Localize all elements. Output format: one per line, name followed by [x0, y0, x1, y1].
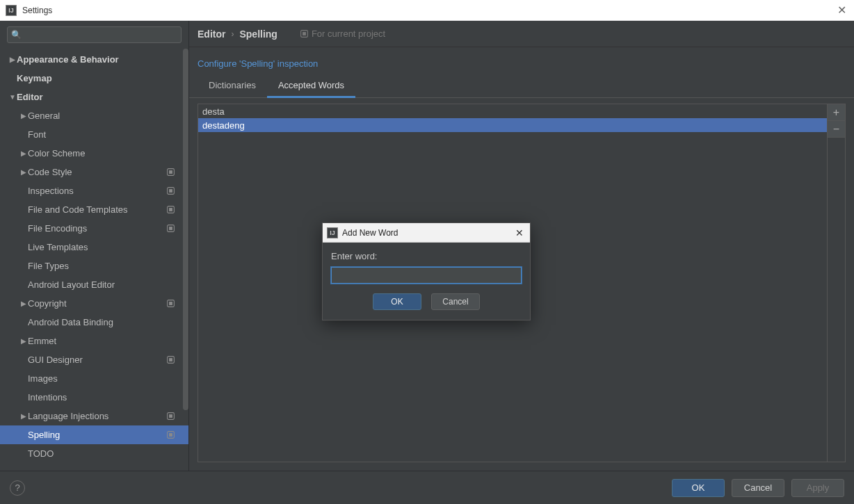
dialog-close-icon[interactable]: ✕ [513, 227, 526, 238]
cancel-button[interactable]: Cancel [732, 479, 784, 497]
app-icon: IJ [327, 227, 338, 238]
sidebar-item-intentions[interactable]: Intentions [0, 388, 188, 407]
sidebar-item-label: Keymap [17, 73, 52, 83]
sidebar-item-file-types[interactable]: File Types [0, 257, 188, 275]
dialog-title: Add New Word [342, 228, 513, 238]
list-actions: + − [827, 104, 845, 462]
project-scope-icon [300, 29, 309, 38]
sidebar-item-general[interactable]: ▶General [0, 106, 188, 125]
sidebar-item-label: Emmet [28, 336, 56, 346]
word-row[interactable]: destadeng [198, 118, 827, 132]
dialog-ok-button[interactable]: OK [373, 293, 421, 310]
settings-tree[interactable]: ▶Appearance & BehaviorKeymap▼Editor▶Gene… [0, 47, 188, 471]
expand-arrow-icon[interactable]: ▶ [15, 149, 32, 157]
project-scope-icon [166, 168, 176, 177]
add-word-dialog: IJ Add New Word ✕ Enter word: OK Cancel [322, 222, 531, 320]
sidebar-item-file-and-code-templates[interactable]: File and Code Templates [0, 200, 188, 219]
window-title: Settings [22, 6, 835, 15]
sidebar-item-label: File Encodings [28, 223, 87, 234]
project-scope-icon [166, 412, 176, 421]
expand-arrow-icon[interactable]: ▶ [15, 412, 32, 420]
svg-rect-13 [169, 414, 172, 418]
sidebar-item-label: TODO [28, 448, 54, 459]
sidebar-item-android-layout-editor[interactable]: Android Layout Editor [0, 275, 188, 294]
titlebar: IJ Settings ✕ [0, 0, 854, 21]
sidebar-item-spelling[interactable]: Spelling [0, 425, 188, 444]
scrollbar-thumb[interactable] [183, 49, 188, 410]
word-input[interactable] [331, 267, 522, 284]
breadcrumb-leaf: Spelling [239, 29, 277, 40]
configure-inspection-link[interactable]: Configure 'Spelling' inspection [189, 47, 854, 76]
word-row[interactable]: desta [198, 104, 827, 118]
sidebar-item-todo[interactable]: TODO [0, 444, 188, 463]
project-scope-icon [166, 186, 176, 196]
sidebar-item-inspections[interactable]: Inspections [0, 181, 188, 200]
sidebar-item-copyright[interactable]: ▶Copyright [0, 294, 188, 313]
sidebar-item-label: Code Style [28, 167, 72, 177]
apply-button[interactable]: Apply [791, 479, 844, 497]
sidebar: 🔍 ▶Appearance & BehaviorKeymap▼Editor▶Ge… [0, 21, 189, 471]
footer: ? OK Cancel Apply [0, 471, 854, 504]
project-scope-icon [166, 205, 176, 215]
project-scope-icon [166, 224, 176, 234]
sidebar-item-label: GUI Designer [28, 355, 83, 365]
sidebar-item-label: Color Scheme [28, 148, 85, 158]
expand-arrow-icon[interactable]: ▶ [15, 168, 32, 176]
sidebar-item-label: Appearance & Behavior [17, 54, 119, 65]
svg-rect-5 [169, 208, 172, 211]
sidebar-item-gui-designer[interactable]: GUI Designer [0, 350, 188, 369]
svg-rect-11 [169, 358, 172, 361]
sidebar-item-file-encodings[interactable]: File Encodings [0, 219, 188, 238]
dialog-body: Enter word: OK Cancel [323, 243, 530, 320]
expand-arrow-icon[interactable]: ▶ [15, 112, 32, 120]
sidebar-item-language-injections[interactable]: ▶Language Injections [0, 407, 188, 425]
tabs: DictionariesAccepted Words [189, 76, 854, 98]
sidebar-item-label: Language Injections [28, 411, 108, 421]
sidebar-item-appearance-behavior[interactable]: ▶Appearance & Behavior [0, 50, 188, 69]
sidebar-item-android-data-binding[interactable]: Android Data Binding [0, 313, 188, 332]
tab-accepted-words[interactable]: Accepted Words [267, 76, 355, 98]
sidebar-item-label: Intentions [28, 392, 67, 403]
sidebar-item-label: Android Data Binding [28, 317, 113, 327]
add-word-button[interactable]: + [828, 104, 845, 121]
search-input[interactable] [7, 26, 182, 43]
sidebar-item-color-scheme[interactable]: ▶Color Scheme [0, 144, 188, 163]
remove-word-button[interactable]: − [828, 121, 845, 138]
breadcrumb: Editor › Spelling For current project [189, 21, 854, 47]
expand-arrow-icon[interactable]: ▶ [15, 337, 32, 345]
sidebar-item-label: General [28, 111, 60, 121]
sidebar-item-images[interactable]: Images [0, 369, 188, 388]
dialog-label: Enter word: [331, 251, 522, 261]
dialog-cancel-button[interactable]: Cancel [431, 293, 480, 310]
sidebar-item-label: Android Layout Editor [28, 279, 115, 290]
sidebar-item-emmet[interactable]: ▶Emmet [0, 332, 188, 350]
svg-rect-3 [169, 189, 172, 193]
sidebar-item-label: Copyright [28, 298, 67, 309]
sidebar-item-editor[interactable]: ▼Editor [0, 88, 188, 106]
project-scope-icon [166, 355, 176, 365]
project-scope-icon [166, 299, 176, 309]
sidebar-item-label: File and Code Templates [28, 204, 128, 215]
project-hint: For current project [300, 29, 385, 39]
help-button[interactable]: ? [10, 480, 25, 496]
sidebar-item-label: Live Templates [28, 242, 88, 252]
expand-arrow-icon[interactable]: ▼ [4, 93, 21, 101]
sidebar-item-live-templates[interactable]: Live Templates [0, 238, 188, 257]
expand-arrow-icon[interactable]: ▶ [4, 56, 21, 63]
ok-button[interactable]: OK [672, 479, 725, 497]
project-hint-label: For current project [312, 29, 385, 39]
dialog-buttons: OK Cancel [331, 293, 522, 310]
project-scope-icon [166, 430, 176, 440]
sidebar-item-label: Images [28, 373, 58, 384]
sidebar-item-keymap[interactable]: Keymap [0, 69, 188, 88]
tab-dictionaries[interactable]: Dictionaries [198, 76, 267, 98]
expand-arrow-icon[interactable]: ▶ [15, 300, 32, 307]
sidebar-item-font[interactable]: Font [0, 125, 188, 144]
body: 🔍 ▶Appearance & BehaviorKeymap▼Editor▶Ge… [0, 21, 854, 504]
close-icon[interactable]: ✕ [835, 3, 848, 17]
sidebar-item-label: Inspections [28, 186, 74, 196]
breadcrumb-root: Editor [198, 29, 225, 40]
sidebar-item-label: Spelling [28, 430, 60, 440]
dialog-titlebar: IJ Add New Word ✕ [323, 223, 530, 243]
sidebar-item-code-style[interactable]: ▶Code Style [0, 163, 188, 181]
